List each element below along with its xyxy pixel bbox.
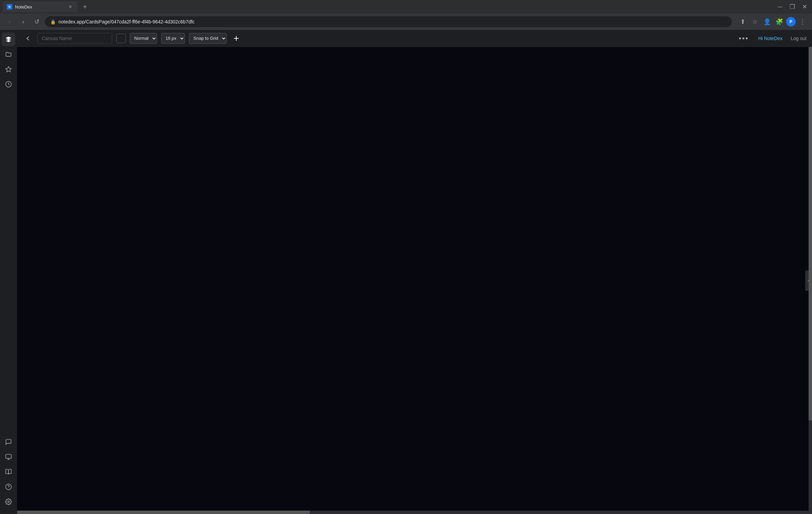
mode-select[interactable]: Normal Insert Select (130, 33, 157, 44)
window-controls: ─ ❐ ✕ (775, 2, 809, 12)
sidebar (0, 30, 17, 514)
horizontal-scrollbar[interactable] (17, 511, 809, 514)
color-picker[interactable] (116, 34, 126, 43)
size-select[interactable]: 8 px 12 px 16 px 24 px (161, 33, 185, 44)
app-container: Normal Insert Select 8 px 12 px 16 px 24… (0, 30, 812, 514)
sidebar-item-settings[interactable] (2, 495, 15, 509)
back-nav-button[interactable]: ‹ (4, 16, 15, 27)
bookmark-icon[interactable]: ☆ (749, 16, 760, 27)
svg-marker-0 (6, 67, 12, 72)
vertical-scrollbar[interactable] (809, 47, 812, 514)
sidebar-item-cards[interactable] (2, 450, 15, 464)
profile-avatar[interactable]: P (786, 17, 796, 26)
browser-chrome: N NoteDex ✕ + ─ ❐ ✕ ‹ › ↺ 🔒 notedex.app/… (0, 0, 812, 30)
address-text: notedex.app/CardsPage/047cda2f-ff6e-4f4b… (58, 19, 195, 24)
sidebar-item-folders[interactable] (2, 48, 15, 61)
sidebar-item-chat[interactable] (2, 435, 15, 449)
more-options-icon[interactable]: ⋮ (797, 16, 808, 27)
vertical-scrollbar-thumb[interactable] (809, 47, 812, 421)
forward-nav-button[interactable]: › (18, 16, 29, 27)
sidebar-item-help[interactable] (2, 480, 15, 494)
browser-toolbar-icons: ⬆ ☆ 👤 🧩 P ⋮ (737, 16, 808, 27)
canvas-name-input[interactable] (37, 33, 112, 44)
svg-rect-2 (6, 455, 12, 459)
profiles-icon[interactable]: 👤 (762, 16, 773, 27)
tab-bar: N NoteDex ✕ + ─ ❐ ✕ (0, 0, 812, 14)
add-button[interactable]: + (234, 33, 239, 44)
horizontal-scrollbar-thumb[interactable] (17, 511, 310, 514)
new-tab-button[interactable]: + (80, 2, 90, 12)
extensions-icon[interactable]: 🧩 (774, 16, 785, 27)
sidebar-item-favorites[interactable] (2, 63, 15, 76)
top-toolbar: Normal Insert Select 8 px 12 px 16 px 24… (17, 30, 812, 47)
tab-title: NoteDex (15, 4, 32, 10)
tab-close-button[interactable]: ✕ (67, 4, 73, 10)
close-window-button[interactable]: ✕ (800, 2, 809, 12)
canvas-area[interactable] (17, 47, 812, 514)
back-button[interactable] (22, 33, 33, 44)
reload-button[interactable]: ↺ (31, 16, 42, 27)
address-bar[interactable]: 🔒 notedex.app/CardsPage/047cda2f-ff6e-4f… (45, 16, 732, 27)
sidebar-item-history[interactable] (2, 77, 15, 91)
sidebar-item-book[interactable] (2, 465, 15, 479)
svg-point-7 (8, 501, 10, 503)
browser-tab[interactable]: N NoteDex ✕ (3, 1, 77, 12)
sidebar-item-layers[interactable] (2, 33, 15, 46)
maximize-button[interactable]: ❐ (788, 2, 797, 12)
logout-button[interactable]: Log out (791, 36, 807, 41)
tab-favicon: N (7, 4, 12, 10)
more-menu-button[interactable]: ••• (739, 34, 749, 43)
address-bar-row: ‹ › ↺ 🔒 notedex.app/CardsPage/047cda2f-f… (0, 14, 812, 30)
share-icon[interactable]: ⬆ (737, 16, 748, 27)
snap-select[interactable]: Snap to Grid Free Move (189, 33, 227, 44)
sidebar-bottom (2, 435, 15, 511)
minimize-button[interactable]: ─ (775, 2, 785, 12)
hi-notedex-label[interactable]: Hi NoteDex (758, 36, 783, 41)
